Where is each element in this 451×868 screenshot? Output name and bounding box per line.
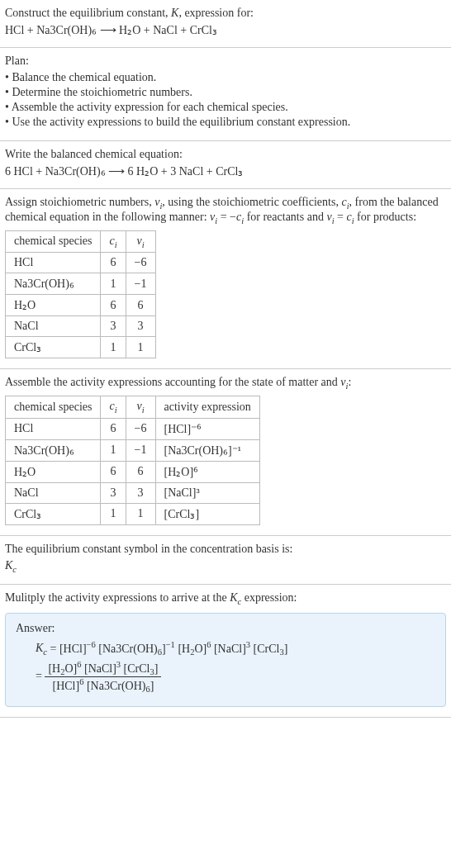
cell-v: −6 [126, 253, 155, 273]
cell-v: 1 [126, 337, 155, 358]
cell-v: 3 [126, 316, 155, 337]
cell-c: 1 [101, 439, 126, 461]
table-header-row: chemical species ci νi [6, 230, 156, 253]
cell-c: 6 [101, 461, 126, 482]
col-header: ci [101, 230, 126, 253]
balanced-section: Write the balanced chemical equation: 6 … [0, 141, 451, 189]
equals-sign: = [36, 670, 42, 682]
cell-c: 3 [101, 482, 126, 503]
cell-v: −1 [126, 273, 155, 295]
col-header: chemical species [6, 230, 101, 253]
intro-equation: HCl + Na3Cr(OH)₆ ⟶ H₂O + NaCl + CrCl₃ [5, 23, 446, 37]
cell-species: HCl [6, 418, 101, 439]
intro-line1: Construct the equilibrium constant, K, e… [5, 7, 446, 20]
cell-species: NaCl [6, 316, 101, 337]
table-row: CrCl₃11 [6, 337, 156, 358]
cell-v: 3 [126, 482, 155, 503]
cell-species: H₂O [6, 461, 101, 482]
activity-table: chemical species ci νi activity expressi… [5, 396, 260, 525]
cell-v: 6 [126, 295, 155, 316]
plan-item: • Use the activity expressions to build … [5, 116, 446, 129]
cell-c: 6 [101, 253, 126, 273]
cell-v: −6 [126, 418, 155, 439]
table-row: NaCl33[NaCl]³ [6, 482, 260, 503]
cell-c: 1 [101, 273, 126, 295]
col-header: activity expression [155, 396, 259, 419]
table-row: H₂O66 [6, 295, 156, 316]
cell-species: H₂O [6, 295, 101, 316]
cell-c: 1 [101, 503, 126, 524]
cell-c: 3 [101, 316, 126, 337]
cell-species: Na3Cr(OH)₆ [6, 273, 101, 295]
plan-item: • Balance the chemical equation. [5, 71, 446, 84]
plan-item: • Assemble the activity expression for e… [5, 101, 446, 114]
cell-activity: [Na3Cr(OH)₆]⁻¹ [155, 439, 259, 461]
balanced-equation: 6 HCl + Na3Cr(OH)₆ ⟶ 6 H₂O + 3 NaCl + Cr… [5, 164, 446, 178]
cell-c: 6 [101, 295, 126, 316]
answer-box: Answer: Kc = [HCl]−6 [Na3Cr(OH)6]−1 [H2O… [5, 613, 446, 707]
answer-line2: = [H2O]6 [NaCl]3 [CrCl3] [HCl]6 [Na3Cr(O… [36, 660, 435, 695]
balanced-line1: Write the balanced chemical equation: [5, 148, 446, 161]
activity-intro: Assemble the activity expressions accoun… [5, 376, 446, 391]
cell-species: CrCl₃ [6, 503, 101, 524]
cell-activity: [HCl]⁻⁶ [155, 418, 259, 439]
cell-c: 1 [101, 337, 126, 358]
table-row: HCl6−6 [6, 253, 156, 273]
fraction-numerator: [H2O]6 [NaCl]3 [CrCl3] [45, 660, 161, 677]
cell-activity: [H₂O]⁶ [155, 461, 259, 482]
intro-section: Construct the equilibrium constant, K, e… [0, 0, 451, 48]
answer-fraction: [H2O]6 [NaCl]3 [CrCl3] [HCl]6 [Na3Cr(OH)… [45, 660, 161, 695]
stoich-section: Assign stoichiometric numbers, νi, using… [0, 189, 451, 369]
cell-v: −1 [126, 439, 155, 461]
col-header: νi [126, 230, 155, 253]
stoich-table: chemical species ci νi HCl6−6 Na3Cr(OH)₆… [5, 230, 156, 359]
cell-v: 6 [126, 461, 155, 482]
symbol-kc: Kc [5, 559, 446, 574]
cell-activity: [NaCl]³ [155, 482, 259, 503]
cell-activity: [CrCl₃] [155, 503, 259, 524]
cell-species: CrCl₃ [6, 337, 101, 358]
cell-species: Na3Cr(OH)₆ [6, 439, 101, 461]
table-header-row: chemical species ci νi activity expressi… [6, 396, 260, 419]
plan-list: • Balance the chemical equation. • Deter… [5, 71, 446, 129]
symbol-line1: The equilibrium constant symbol in the c… [5, 543, 446, 556]
table-row: Na3Cr(OH)₆1−1 [6, 273, 156, 295]
table-row: NaCl33 [6, 316, 156, 337]
plan-title: Plan: [5, 55, 446, 68]
table-row: Na3Cr(OH)₆1−1[Na3Cr(OH)₆]⁻¹ [6, 439, 260, 461]
plan-item: • Determine the stoichiometric numbers. [5, 86, 446, 99]
table-row: H₂O66[H₂O]⁶ [6, 461, 260, 482]
multiply-section: Mulitply the activity expressions to arr… [0, 585, 451, 718]
cell-species: HCl [6, 253, 101, 273]
cell-c: 6 [101, 418, 126, 439]
answer-line1: Kc = [HCl]−6 [Na3Cr(OH)6]−1 [H2O]6 [NaCl… [36, 640, 435, 657]
cell-species: NaCl [6, 482, 101, 503]
col-header: chemical species [6, 396, 101, 419]
answer-label: Answer: [16, 622, 435, 635]
col-header: ci [101, 396, 126, 419]
col-header: νi [126, 396, 155, 419]
symbol-section: The equilibrium constant symbol in the c… [0, 536, 451, 585]
table-row: HCl6−6[HCl]⁻⁶ [6, 418, 260, 439]
table-row: CrCl₃11[CrCl₃] [6, 503, 260, 524]
fraction-denominator: [HCl]6 [Na3Cr(OH)6] [45, 677, 161, 694]
stoich-intro: Assign stoichiometric numbers, νi, using… [5, 196, 446, 225]
plan-section: Plan: • Balance the chemical equation. •… [0, 48, 451, 141]
multiply-line1: Mulitply the activity expressions to arr… [5, 591, 446, 606]
cell-v: 1 [126, 503, 155, 524]
activity-section: Assemble the activity expressions accoun… [0, 369, 451, 536]
